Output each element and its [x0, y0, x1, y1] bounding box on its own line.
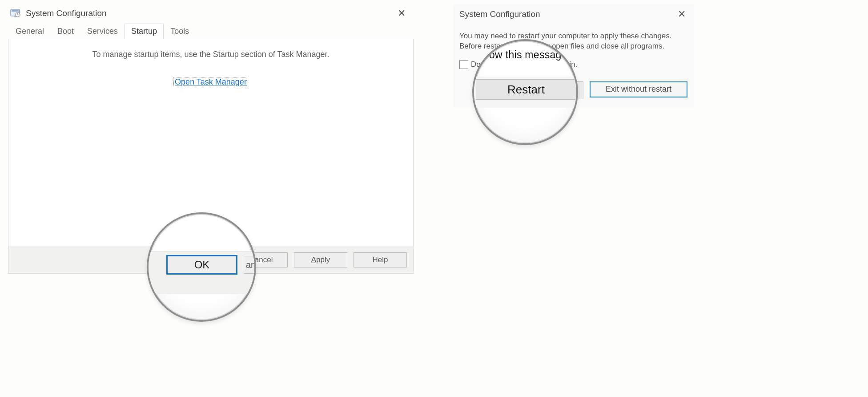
svg-rect-1	[12, 10, 19, 12]
msconfig-titlebar: System Configuration ✕	[8, 4, 414, 23]
restart-button-zoom[interactable]: Restart	[476, 79, 576, 100]
close-icon[interactable]: ✕	[392, 6, 411, 21]
apply-mnemonic: A	[311, 255, 316, 264]
dont-show-fragment: ow this messag	[489, 49, 562, 61]
apply-button[interactable]: Apply	[294, 252, 347, 267]
dont-show-checkbox[interactable]	[459, 60, 468, 69]
exit-without-restart-button[interactable]: Exit without restart	[590, 81, 687, 97]
tabs-row: General Boot Services Startup Tools	[8, 23, 414, 39]
restart-titlebar: System Configuration ✕	[454, 4, 694, 24]
magnifier-restart: ow this messag Restart	[472, 39, 578, 145]
cancel-button-zoom-fragment[interactable]: ancel	[244, 256, 256, 274]
apply-rest: pply	[316, 255, 330, 264]
msconfig-icon	[10, 8, 21, 18]
tab-tools[interactable]: Tools	[164, 24, 196, 39]
close-icon[interactable]: ✕	[673, 7, 690, 22]
tab-services[interactable]: Services	[80, 24, 125, 39]
open-task-manager-link[interactable]: Open Task Manager	[173, 77, 248, 87]
help-button[interactable]: Help	[354, 252, 407, 267]
magnifier-ok: OK ancel	[147, 212, 256, 322]
tab-general[interactable]: General	[9, 24, 51, 39]
dont-show-post: .	[575, 60, 578, 69]
window-title: System Configuration	[26, 8, 392, 18]
ok-button-zoom[interactable]: OK	[166, 255, 237, 275]
dont-show-pre: D	[471, 60, 476, 69]
svg-rect-2	[14, 16, 16, 17]
restart-window-title: System Configuration	[459, 9, 673, 19]
tab-boot[interactable]: Boot	[51, 24, 80, 39]
startup-message: To manage startup items, use the Startup…	[8, 50, 413, 59]
restart-message-line1: You may need to restart your computer to…	[459, 31, 687, 41]
tab-startup[interactable]: Startup	[125, 24, 164, 39]
